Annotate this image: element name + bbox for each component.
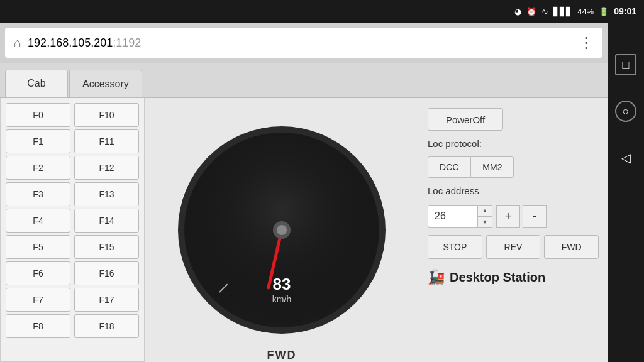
address-bar-row: ⌂ 192.168.105.201:1192 ⋮ — [0, 23, 608, 63]
fn-button-f0[interactable]: F0 — [6, 103, 70, 127]
nav-bar: □ ○ ◁ — [608, 23, 644, 362]
address-plus-button[interactable]: + — [496, 205, 520, 228]
fn-row-6: F6 F16 — [6, 261, 139, 285]
fn-button-f6[interactable]: F6 — [6, 261, 70, 285]
brand-name: Desktop Station — [450, 270, 545, 285]
fn-button-f4[interactable]: F4 — [6, 209, 70, 233]
protocol-mm2-button[interactable]: MM2 — [470, 156, 514, 178]
status-time: 09:01 — [614, 6, 636, 16]
loc-protocol-label: Loc protocol: — [428, 138, 599, 149]
fn-button-f1[interactable]: F1 — [6, 129, 70, 153]
tabs-row: Cab Accessory — [0, 63, 608, 98]
spinner-down-button[interactable]: ▼ — [478, 217, 492, 228]
gauge-svg: 0 — [175, 123, 389, 337]
fn-button-f15[interactable]: F15 — [74, 235, 139, 259]
content-area: F0 F10 F1 F11 F2 F12 F3 F13 F4 F14 F5 F1… — [0, 98, 608, 362]
battery-icon: 🔋 — [599, 7, 609, 16]
function-buttons-panel: F0 F10 F1 F11 F2 F12 F3 F13 F4 F14 F5 F1… — [0, 98, 145, 362]
fn-row-7: F7 F17 — [6, 288, 139, 312]
status-bar: ◕ ⏰ ∿ ▋▋▋ 44% 🔋 09:01 — [0, 0, 644, 23]
protocol-buttons: DCC MM2 — [428, 156, 599, 178]
address-value-display: 26 — [428, 205, 478, 228]
fn-button-f7[interactable]: F7 — [6, 288, 70, 312]
fn-row-1: F1 F11 — [6, 129, 139, 153]
fn-button-f16[interactable]: F16 — [74, 261, 139, 285]
fn-button-f5[interactable]: F5 — [6, 235, 70, 259]
address-spinners: ▲ ▼ — [478, 205, 492, 228]
wifi-icon: ∿ — [541, 7, 548, 16]
signal-icon: ▋▋▋ — [553, 7, 572, 16]
fwd-button[interactable]: FWD — [544, 235, 599, 259]
square-nav-button[interactable]: □ — [615, 54, 636, 75]
fn-button-f14[interactable]: F14 — [74, 209, 139, 233]
fn-button-f18[interactable]: F18 — [74, 314, 139, 338]
fn-button-f13[interactable]: F13 — [74, 182, 139, 206]
fn-row-5: F5 F15 — [6, 235, 139, 259]
brand-row: 🚂 Desktop Station — [428, 269, 599, 285]
svg-text:km/h: km/h — [272, 294, 291, 304]
spinner-up-button[interactable]: ▲ — [478, 206, 492, 217]
poweroff-button[interactable]: PowerOff — [428, 108, 503, 131]
main-content: ⌂ 192.168.105.201:1192 ⋮ Cab Accessory F… — [0, 23, 608, 362]
svg-text:83: 83 — [273, 275, 291, 293]
home-icon: ⌂ — [14, 36, 21, 50]
fn-button-f12[interactable]: F12 — [74, 156, 139, 180]
bluetooth-icon: ◕ — [514, 7, 521, 16]
more-menu-icon[interactable]: ⋮ — [579, 34, 594, 52]
fn-button-f11[interactable]: F11 — [74, 129, 139, 153]
url-port: :1192 — [113, 36, 141, 49]
fn-row-0: F0 F10 — [6, 103, 139, 127]
address-value: 26 — [435, 211, 446, 222]
fn-button-f17[interactable]: F17 — [74, 288, 139, 312]
fn-button-f8[interactable]: F8 — [6, 314, 70, 338]
speedometer-area: 0 — [145, 98, 419, 362]
brand-icon: 🚂 — [428, 269, 445, 285]
rev-button[interactable]: REV — [486, 235, 541, 259]
alarm-icon: ⏰ — [526, 7, 536, 16]
control-buttons: STOP REV FWD — [428, 235, 599, 259]
fn-button-f2[interactable]: F2 — [6, 156, 70, 180]
gauge-container: 0 — [175, 123, 389, 337]
loc-address-label: Loc address — [428, 185, 599, 196]
stop-button[interactable]: STOP — [428, 235, 482, 259]
url-display: 192.168.105.201:1192 — [28, 36, 572, 50]
fn-row-8: F8 F18 — [6, 314, 139, 338]
fn-row-4: F4 F14 — [6, 209, 139, 233]
address-input-row: 26 ▲ ▼ + - — [428, 205, 599, 228]
fn-row-2: F2 F12 — [6, 156, 139, 180]
fwd-bottom-label: FWD — [267, 349, 297, 362]
tab-accessory[interactable]: Accessory — [69, 70, 142, 97]
fn-button-f3[interactable]: F3 — [6, 182, 70, 206]
fn-row-3: F3 F13 — [6, 182, 139, 206]
protocol-dcc-button[interactable]: DCC — [428, 156, 470, 178]
url-host: 192.168.105.201 — [28, 36, 113, 49]
address-input-box[interactable]: ⌂ 192.168.105.201:1192 ⋮ — [5, 28, 602, 58]
battery-level: 44% — [577, 7, 594, 16]
back-nav-button[interactable]: ◁ — [615, 147, 636, 168]
address-minus-button[interactable]: - — [523, 205, 547, 228]
right-panel: PowerOff Loc protocol: DCC MM2 Loc addre… — [419, 98, 608, 362]
tab-cab[interactable]: Cab — [5, 70, 68, 97]
circle-nav-button[interactable]: ○ — [615, 101, 636, 122]
fn-button-f10[interactable]: F10 — [74, 103, 139, 127]
